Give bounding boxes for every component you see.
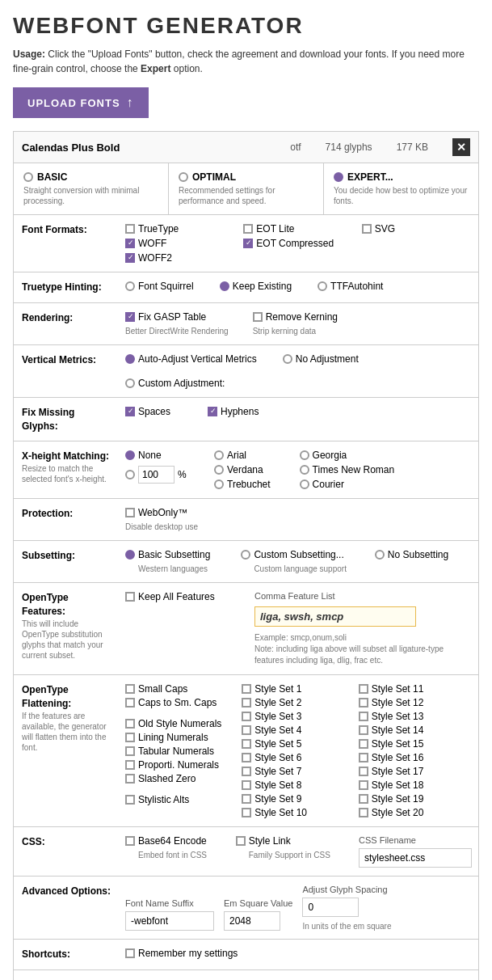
otf-ss11[interactable]: Style Set 11 (359, 683, 459, 695)
fmg-spaces-checkbox[interactable] (125, 407, 135, 416)
otf-ss17[interactable]: Style Set 17 (359, 766, 459, 777)
xh-georgia[interactable]: Georgia (300, 450, 395, 461)
vm-auto-adjust-radio[interactable] (125, 354, 135, 364)
otf-ss19[interactable]: Style Set 19 (359, 793, 459, 805)
ff-woff-checkbox[interactable] (125, 239, 135, 248)
sub-basic[interactable]: Basic Subsetting (125, 549, 210, 560)
mode-expert[interactable]: EXPERT... You decide how best to optimiz… (324, 163, 478, 214)
xh-times[interactable]: Times New Roman (300, 464, 395, 475)
otf-slashed-zero[interactable]: Slashed Zero (125, 773, 225, 784)
xh-courier-radio[interactable] (300, 479, 309, 489)
otf-tabular[interactable]: Tabular Numerals (125, 746, 225, 757)
xh-verdana[interactable]: Verdana (214, 464, 271, 475)
otf-ss7[interactable]: Style Set 7 (242, 766, 342, 777)
mode-basic[interactable]: BASIC Straight conversion with minimal p… (14, 163, 169, 214)
hint-keep-existing[interactable]: Keep Existing (220, 281, 292, 292)
ff-woff[interactable]: WOFF (125, 238, 222, 249)
xh-times-radio[interactable] (300, 465, 309, 475)
render-remove-kerning[interactable]: Remove Kerning (253, 311, 338, 323)
css-filename-input[interactable] (359, 848, 472, 868)
otf-ss16[interactable]: Style Set 16 (359, 752, 459, 763)
otf-ss8[interactable]: Style Set 8 (242, 779, 342, 791)
otf-old-style[interactable]: Old Style Numerals (125, 718, 225, 729)
otf-ss20[interactable]: Style Set 20 (359, 807, 459, 818)
css-base64-checkbox[interactable] (125, 836, 135, 846)
hint-font-squirrel-radio[interactable] (125, 281, 135, 291)
render-fix-gasp-checkbox[interactable] (125, 312, 135, 322)
upload-fonts-button[interactable]: UPLOAD FONTS ↑ (13, 87, 149, 118)
ff-eot-compressed[interactable]: EOT Compressed (243, 238, 340, 249)
otf-ss5[interactable]: Style Set 5 (242, 738, 342, 750)
shortcuts-remember-checkbox[interactable] (125, 948, 135, 958)
xh-courier[interactable]: Courier (300, 479, 395, 490)
ff-woff2[interactable]: WOFF2 (125, 252, 222, 264)
xh-arial[interactable]: Arial (214, 450, 271, 461)
otf-lining[interactable]: Lining Numerals (125, 732, 225, 743)
fmg-hyphens-checkbox[interactable] (208, 407, 217, 416)
mode-optimal-radio[interactable] (179, 172, 188, 182)
vm-custom-adjustment[interactable]: Custom Adjustment: (125, 378, 225, 389)
mode-expert-radio[interactable] (334, 172, 343, 182)
sub-none-radio[interactable] (375, 550, 385, 560)
ff-svg-checkbox[interactable] (362, 224, 372, 234)
ot-keep-all-checkbox[interactable] (125, 592, 135, 602)
hint-ttfautohint[interactable]: TTFAutohint (317, 281, 383, 292)
otf-ss1[interactable]: Style Set 1 (242, 683, 342, 695)
xh-arial-radio[interactable] (214, 450, 224, 460)
ff-eot-lite-checkbox[interactable] (243, 224, 253, 234)
vm-custom-adjustment-radio[interactable] (125, 378, 135, 388)
render-fix-gasp[interactable]: Fix GASP Table (125, 311, 216, 323)
protection-web-only[interactable]: WebOnly™ (125, 507, 187, 518)
protection-web-only-checkbox[interactable] (125, 508, 135, 517)
hint-ttfautohint-radio[interactable] (317, 281, 327, 291)
xh-percent-radio[interactable] (125, 470, 135, 479)
otf-ss18[interactable]: Style Set 18 (359, 779, 459, 791)
hint-font-squirrel[interactable]: Font Squirrel (125, 281, 194, 292)
otf-ss6[interactable]: Style Set 6 (242, 752, 342, 763)
ff-truetype[interactable]: TrueType (125, 223, 222, 234)
shortcuts-remember[interactable]: Remember my settings (125, 948, 238, 959)
vm-auto-adjust[interactable]: Auto-Adjust Vertical Metrics (125, 353, 257, 365)
otf-proporti[interactable]: Proporti. Numerals (125, 759, 225, 771)
remove-font-button[interactable]: ✕ (452, 138, 470, 156)
ot-keep-all[interactable]: Keep All Features (125, 591, 225, 602)
css-style-link[interactable]: Style Link (236, 835, 317, 847)
hint-keep-existing-radio[interactable] (220, 281, 229, 291)
otf-caps-sm[interactable]: Caps to Sm. Caps (125, 697, 225, 708)
font-name-suffix-input[interactable] (125, 911, 214, 931)
css-style-link-checkbox[interactable] (236, 836, 246, 846)
fmg-spaces[interactable]: Spaces (125, 406, 170, 417)
xh-verdana-radio[interactable] (214, 465, 224, 475)
otf-ss10[interactable]: Style Set 10 (242, 807, 342, 818)
xheight-input[interactable] (138, 466, 175, 484)
otf-ss13[interactable]: Style Set 13 (359, 711, 459, 722)
sub-custom[interactable]: Custom Subsetting... (241, 549, 343, 560)
otf-small-caps[interactable]: Small Caps (125, 683, 225, 695)
otf-stylistic-alts[interactable]: Stylistic Alts (125, 794, 225, 805)
xh-none[interactable]: None (125, 450, 201, 461)
fmg-hyphens[interactable]: Hyphens (208, 406, 259, 417)
ff-eot-comp-checkbox[interactable] (243, 239, 253, 248)
vm-no-adjustment-radio[interactable] (283, 354, 292, 364)
ff-woff2-checkbox[interactable] (125, 253, 135, 263)
otf-ss2[interactable]: Style Set 2 (242, 697, 342, 708)
otf-ss14[interactable]: Style Set 14 (359, 724, 459, 736)
sub-custom-radio[interactable] (241, 550, 250, 560)
vm-no-adjustment[interactable]: No Adjustment (283, 353, 359, 365)
mode-optimal[interactable]: OPTIMAL Recommended settings for perform… (169, 163, 324, 214)
xh-trebuchet[interactable]: Trebuchet (214, 479, 271, 490)
css-base64[interactable]: Base64 Encode (125, 835, 207, 847)
render-remove-kerning-checkbox[interactable] (253, 312, 263, 322)
otf-ss15[interactable]: Style Set 15 (359, 738, 459, 750)
ff-svg[interactable]: SVG (362, 223, 459, 234)
otf-ss4[interactable]: Style Set 4 (242, 724, 342, 736)
sub-none[interactable]: No Subsetting (375, 549, 448, 560)
mode-basic-radio[interactable] (23, 172, 33, 182)
xh-georgia-radio[interactable] (300, 450, 309, 460)
otf-ss9[interactable]: Style Set 9 (242, 793, 342, 805)
xh-none-radio[interactable] (125, 450, 135, 460)
comma-feature-input[interactable] (254, 606, 416, 627)
otf-ss12[interactable]: Style Set 12 (359, 697, 459, 708)
glyph-spacing-input[interactable] (302, 898, 359, 917)
ff-eot-lite[interactable]: EOT Lite (243, 223, 340, 234)
